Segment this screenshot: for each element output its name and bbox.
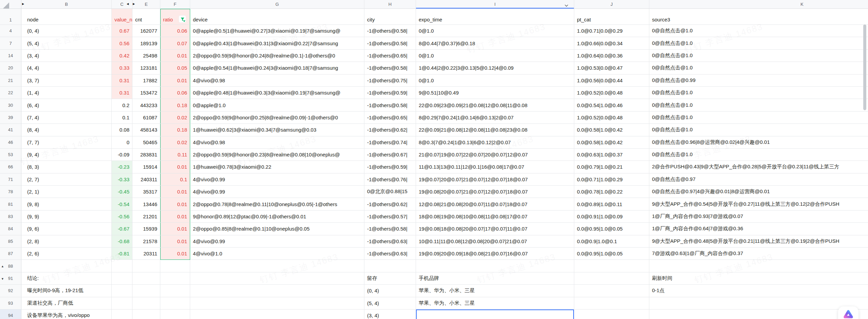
cell-C81[interactable]: -0.54 <box>112 198 132 210</box>
cell-E92[interactable] <box>132 285 160 297</box>
hidden-column-d-right-indicator[interactable]: ▶ <box>133 3 135 5</box>
cell-H88[interactable] <box>364 260 416 272</box>
cell-G66[interactable]: 1@huawei@0.78|3@xiaomi@0.22 <box>190 161 364 173</box>
cell-K46[interactable]: 0@自然点击@0.96|8@运营商@0.02|4@兴趣@0.01 <box>649 136 868 149</box>
cell-B66[interactable]: (8, 3) <box>21 161 112 173</box>
cell-I53[interactable]: 21@0.07|19@0.07|22@0.07|20@0.07|12@0.07 <box>416 149 574 161</box>
cell-I21[interactable]: 0@1.0 <box>416 74 574 87</box>
header-device[interactable]: device <box>190 9 364 25</box>
row-header-14[interactable]: 14 <box>0 50 21 62</box>
row-header-71[interactable]: 71 <box>0 173 21 186</box>
cell-J39[interactable]: 1.0@0.52|0.0@0.48 <box>574 112 649 124</box>
column-header-F[interactable]: F <box>160 0 190 9</box>
row-header-53[interactable]: 53 <box>0 149 21 161</box>
cell-J84[interactable]: 0.0@0.95|1.0@0.05 <box>574 223 649 235</box>
row-header-81[interactable]: 81 <box>0 198 21 210</box>
cell-B4[interactable]: (0, 4) <box>21 25 112 37</box>
cell-C85[interactable]: -0.68 <box>112 235 132 248</box>
cell-B84[interactable]: (9, 6) <box>21 223 112 235</box>
cell-K93[interactable] <box>649 297 868 309</box>
cell-C66[interactable]: -0.23 <box>112 161 132 173</box>
row-header-39[interactable]: 39 <box>0 112 21 124</box>
cell-B41[interactable]: (8, 4) <box>21 124 112 136</box>
cell-F91[interactable] <box>160 272 190 285</box>
cell-E30[interactable]: 443233 <box>132 99 160 111</box>
cell-I7[interactable]: 8@0.44|7@0.37|6@0.18 <box>416 37 574 49</box>
cell-E66[interactable]: 15914 <box>132 161 160 173</box>
cell-H30[interactable]: -1@others@0.58| <box>364 99 416 111</box>
cell-G21[interactable]: 4@vivo@0.98 <box>190 74 364 87</box>
cell-H83[interactable]: -1@others@0.57| <box>364 211 416 223</box>
cell-G7[interactable]: 0@apple@0.43|1@huawei@0.31|3@xiaomi@0.22… <box>190 37 364 49</box>
cell-J4[interactable]: 1.0@0.71|0.0@0.29 <box>574 25 649 37</box>
cell-C4[interactable]: 0.67 <box>112 25 132 37</box>
cell-G81[interactable]: 2@oppo@0.78|8@realme@0.11|10@oneplus@0.0… <box>190 198 364 210</box>
cell-H53[interactable]: -1@others@0.67| <box>364 149 416 161</box>
cell-J46[interactable]: 0.0@0.58|1.0@0.42 <box>574 136 649 149</box>
cell-E22[interactable]: 153472 <box>132 87 160 99</box>
cell-E83[interactable]: 21201 <box>132 211 160 223</box>
cell-K92[interactable]: 0-1点 <box>649 285 868 297</box>
cell-K21[interactable]: 0@自然点击@0.99 <box>649 74 868 87</box>
cell-E39[interactable]: 61087 <box>132 112 160 124</box>
cell-G94[interactable] <box>190 309 364 319</box>
cell-I92[interactable]: 苹果、华为、小米、三星 <box>416 285 574 297</box>
cell-C71[interactable]: -0.33 <box>112 173 132 186</box>
cell-J88[interactable] <box>574 260 649 272</box>
cell-C93[interactable] <box>112 297 132 309</box>
cell-I83[interactable]: 18@0.08|19@0.08|10@0.08|11@0.08|17@0.07 <box>416 211 574 223</box>
cell-G4[interactable]: 0@apple@0.5|1@huawei@0.27|3@xiaomi@0.19|… <box>190 25 364 37</box>
cell-J14[interactable]: 1.0@0.64|0.0@0.36 <box>574 50 649 62</box>
cell-C22[interactable]: 0.31 <box>112 87 132 99</box>
cell-K84[interactable]: 1@厂商_内容合作@0.64|7@游戏@0.36 <box>649 223 868 235</box>
row-header-41[interactable]: 41 <box>0 124 21 136</box>
cell-C53[interactable]: -0.09 <box>112 149 132 161</box>
cell-I91[interactable]: 手机品牌 <box>416 272 574 285</box>
row-header-93[interactable]: 93 <box>0 297 21 309</box>
cell-H87[interactable]: -1@others@0.63| <box>364 248 416 260</box>
cell-F93[interactable] <box>160 297 190 309</box>
cell-G46[interactable]: 4@vivo@0.98 <box>190 136 364 149</box>
cell-F41[interactable]: 0.18 <box>160 124 190 136</box>
row-header-21[interactable]: 21 <box>0 74 21 87</box>
header-source3[interactable]: source3 <box>649 9 868 25</box>
header-city[interactable]: city <box>364 9 416 25</box>
cell-G88[interactable] <box>190 260 364 272</box>
cell-K39[interactable]: 0@自然点击@1.0 <box>649 112 868 124</box>
cell-G87[interactable]: 4@vivo@1.0 <box>190 248 364 260</box>
cell-J66[interactable]: 0.0@0.79|1.0@0.21 <box>574 161 649 173</box>
cell-J94[interactable] <box>574 309 649 319</box>
cell-C92[interactable] <box>112 285 132 297</box>
cell-E87[interactable]: 20311 <box>132 248 160 260</box>
cell-H22[interactable]: -1@others@0.59| <box>364 87 416 99</box>
row-header-20[interactable]: 20 <box>0 62 21 74</box>
cell-H20[interactable]: -1@others@0.58| <box>364 62 416 74</box>
cell-G41[interactable]: 1@huawei@0.62|3@xiaomi@0.34|7@samsung@0.… <box>190 124 364 136</box>
cell-I4[interactable]: 0@1.0 <box>416 25 574 37</box>
cell-J7[interactable]: 1.0@0.66|0.0@0.34 <box>574 37 649 49</box>
cell-I87[interactable]: 19@0.09|20@0.09|18@0.08|21@0.07|16@0.07 <box>416 248 574 260</box>
cell-J85[interactable]: 0.0@0.9|1.0@0.1 <box>574 235 649 248</box>
cell-I20[interactable]: 1@0.44|2@0.22|3@0.13|5@0.12|4@0.09 <box>416 62 574 74</box>
cell-K53[interactable]: 0@自然点击@1.0 <box>649 149 868 161</box>
cell-J83[interactable]: 0.0@0.91|1.0@0.09 <box>574 211 649 223</box>
cell-G91[interactable] <box>190 272 364 285</box>
cell-G22[interactable]: 0@apple@0.48|1@huawei@0.3|3@xiaomi@0.19|… <box>190 87 364 99</box>
cell-B14[interactable]: (3, 4) <box>21 50 112 62</box>
cell-F88[interactable] <box>160 260 190 272</box>
cell-H84[interactable]: -1@others@0.58| <box>364 223 416 235</box>
select-all-corner[interactable] <box>3 2 9 10</box>
column-menu-chevron-icon[interactable] <box>564 3 568 8</box>
cell-B92[interactable]: 曝光时间0-9高，19-21低 <box>21 285 112 297</box>
header-node[interactable]: node <box>21 9 112 25</box>
cell-I94[interactable] <box>416 309 574 319</box>
cell-C91[interactable] <box>112 272 132 285</box>
row-header-92[interactable]: 92 <box>0 285 21 297</box>
cell-F30[interactable]: 0.18 <box>160 99 190 111</box>
header-pt_cat[interactable]: pt_cat <box>574 9 649 25</box>
cell-C84[interactable]: -0.67 <box>112 223 132 235</box>
cell-K88[interactable] <box>649 260 868 272</box>
cell-H14[interactable]: -1@others@0.65| <box>364 50 416 62</box>
cell-C7[interactable]: 0.56 <box>112 37 132 49</box>
cell-H81[interactable]: -1@others@0.62| <box>364 198 416 210</box>
